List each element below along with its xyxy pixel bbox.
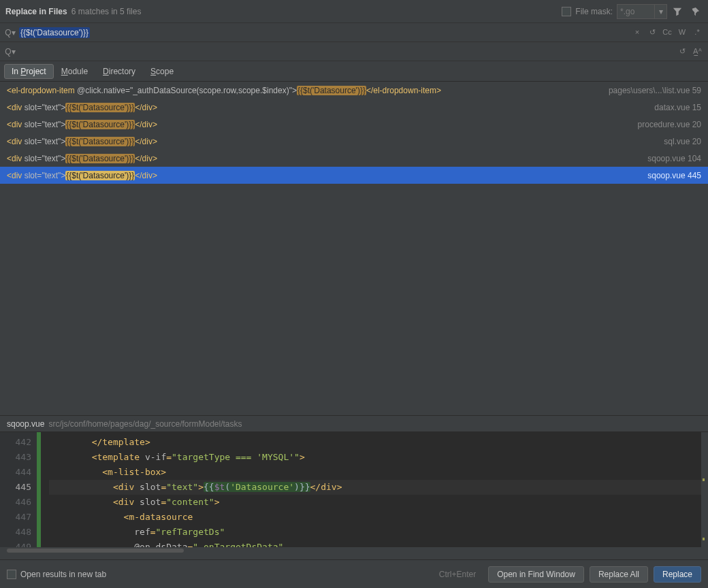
result-row[interactable]: <div slot="text">{{$t('Datasource')}}</d… [0,116,708,133]
scope-module[interactable]: Module [54,64,95,79]
regex-toggle[interactable]: .* [690,28,704,37]
file-mask-input[interactable] [617,4,655,19]
scrollbar-thumb[interactable] [7,549,184,553]
search-icon: Q▾ [4,28,16,37]
replace-input[interactable] [16,44,675,59]
dialog-title: Replace in Files [5,7,67,16]
result-row[interactable]: <div slot="text">{{$t('Datasource')}}</d… [0,167,708,184]
preview-editor[interactable]: 442443444445446447448449 </template> <te… [0,431,708,547]
file-mask-toggle[interactable]: File mask: [562,7,613,16]
shortcut-hint: Ctrl+Enter [439,570,476,579]
open-in-find-window-button[interactable]: Open in Find Window [488,566,584,583]
code-area[interactable]: </template> <template v-if="targetType =… [41,432,708,547]
replace-history-icon[interactable]: ↺ [675,47,689,56]
result-row[interactable]: <div slot="text">{{$t('Datasource')}}</d… [0,133,708,150]
scope-scope[interactable]: Scope [143,64,181,79]
pin-icon[interactable] [688,4,703,19]
replace-row: Q▾ ↺ A̲ᴬ [0,42,708,61]
replace-button[interactable]: Replace [654,566,701,583]
scope-directory[interactable]: Directory [95,64,143,79]
search-input[interactable]: {{$t('Datasource')}} [16,28,630,37]
file-mask-label: File mask: [575,7,613,16]
titlebar: Replace in Files 6 matches in 5 files Fi… [0,0,708,23]
result-row[interactable]: <div slot="text">{{$t('Datasource')}}</d… [0,99,708,116]
result-row[interactable]: <el-dropdown-item @click.native="_authDa… [0,82,708,99]
gutter: 442443444445446447448449 [0,432,37,547]
result-row[interactable]: <div slot="text">{{$t('Datasource')}}</d… [0,150,708,167]
bottom-bar: Open results in new tab Ctrl+Enter Open … [0,559,708,588]
horizontal-scrollbar[interactable] [0,547,708,554]
words-toggle[interactable]: W [675,28,689,37]
open-in-new-tab-checkbox[interactable] [7,570,16,579]
preview-file-path: src/js/conf/home/pages/dag/_source/formM… [48,419,242,429]
clear-icon[interactable]: × [630,28,644,37]
replace-icon: Q▾ [4,47,16,56]
vertical-scrollbar[interactable] [701,432,708,547]
search-row: Q▾ {{$t('Datasource')}} × ↺ Cc W .* [0,23,708,42]
scope-in-project[interactable]: In Project [4,64,54,79]
open-in-new-tab-label: Open results in new tab [20,570,106,579]
history-icon[interactable]: ↺ [645,28,659,37]
file-mask-dropdown[interactable]: ▾ [655,4,667,19]
preview-header: sqoop.vue src/js/conf/home/pages/dag/_so… [0,415,708,431]
search-value: {{$t('Datasource')}} [19,27,90,38]
results-list[interactable]: <el-dropdown-item @click.native="_authDa… [0,82,708,415]
match-summary: 6 matches in 5 files [71,7,142,16]
scope-bar: In Project Module Directory Scope [0,61,708,82]
replace-all-button[interactable]: Replace All [590,566,648,583]
preserve-case-toggle[interactable]: A̲ᴬ [690,47,704,56]
case-toggle[interactable]: Cc [660,28,674,37]
filter-icon[interactable] [670,4,685,19]
file-mask-checkbox[interactable] [562,7,571,16]
preview-file-name: sqoop.vue [7,419,44,429]
